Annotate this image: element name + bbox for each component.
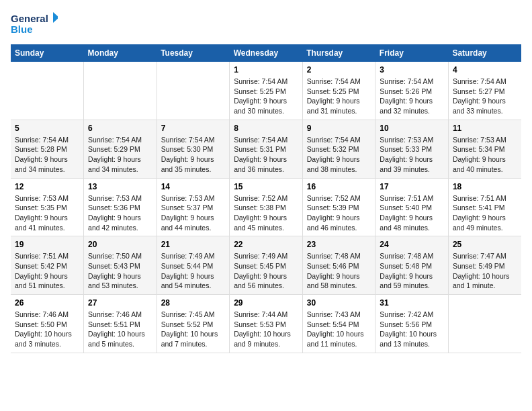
calendar-week-2: 5Sunrise: 7:54 AMSunset: 5:28 PMDaylight…: [11, 120, 521, 178]
day-number: 17: [380, 182, 444, 191]
day-info: Sunrise: 7:47 AMSunset: 5:49 PMDaylight:…: [453, 251, 517, 291]
day-number: 26: [15, 298, 79, 308]
calendar-cell: 28Sunrise: 7:45 AMSunset: 5:52 PMDayligh…: [157, 295, 230, 353]
calendar-cell: 31Sunrise: 7:42 AMSunset: 5:56 PMDayligh…: [375, 295, 449, 353]
day-number: 24: [380, 240, 444, 249]
day-number: 22: [234, 240, 298, 249]
day-number: 21: [161, 240, 226, 249]
day-number: 4: [453, 65, 517, 75]
calendar-cell: 1Sunrise: 7:54 AMSunset: 5:25 PMDaylight…: [230, 62, 303, 120]
weekday-header-sunday: Sunday: [11, 44, 84, 62]
calendar-cell: 27Sunrise: 7:46 AMSunset: 5:51 PMDayligh…: [84, 295, 157, 353]
day-number: 12: [15, 182, 79, 191]
day-info: Sunrise: 7:46 AMSunset: 5:51 PMDaylight:…: [88, 310, 152, 349]
day-info: Sunrise: 7:46 AMSunset: 5:50 PMDaylight:…: [15, 310, 79, 349]
day-number: 28: [161, 298, 226, 308]
calendar-cell: 8Sunrise: 7:54 AMSunset: 5:31 PMDaylight…: [230, 120, 303, 178]
day-info: Sunrise: 7:43 AMSunset: 5:54 PMDaylight:…: [307, 310, 371, 349]
calendar-week-3: 12Sunrise: 7:53 AMSunset: 5:35 PMDayligh…: [11, 178, 521, 236]
day-info: Sunrise: 7:51 AMSunset: 5:40 PMDaylight:…: [380, 193, 444, 233]
calendar-cell: 19Sunrise: 7:51 AMSunset: 5:42 PMDayligh…: [11, 236, 84, 295]
calendar-cell: [11, 62, 84, 120]
logo-svg: General Blue: [11, 11, 58, 36]
svg-marker-2: [53, 12, 58, 23]
day-info: Sunrise: 7:49 AMSunset: 5:44 PMDaylight:…: [161, 251, 226, 291]
weekday-header-friday: Friday: [375, 44, 449, 62]
calendar-cell: 13Sunrise: 7:53 AMSunset: 5:36 PMDayligh…: [84, 178, 157, 236]
day-info: Sunrise: 7:54 AMSunset: 5:32 PMDaylight:…: [307, 135, 371, 175]
calendar-table: SundayMondayTuesdayWednesdayThursdayFrid…: [11, 44, 521, 353]
day-info: Sunrise: 7:54 AMSunset: 5:30 PMDaylight:…: [161, 135, 226, 175]
logo: General Blue: [11, 11, 58, 36]
day-number: 29: [234, 298, 298, 308]
day-number: 5: [15, 124, 79, 133]
day-info: Sunrise: 7:54 AMSunset: 5:29 PMDaylight:…: [88, 135, 152, 175]
day-info: Sunrise: 7:53 AMSunset: 5:37 PMDaylight:…: [161, 193, 226, 233]
day-number: 25: [453, 240, 517, 249]
weekday-header-saturday: Saturday: [448, 44, 521, 62]
day-number: 19: [15, 240, 79, 249]
day-number: 30: [307, 298, 371, 308]
day-number: 3: [380, 65, 444, 75]
day-info: Sunrise: 7:53 AMSunset: 5:33 PMDaylight:…: [380, 135, 444, 175]
calendar-cell: 12Sunrise: 7:53 AMSunset: 5:35 PMDayligh…: [11, 178, 84, 236]
weekday-header-wednesday: Wednesday: [230, 44, 303, 62]
day-info: Sunrise: 7:48 AMSunset: 5:48 PMDaylight:…: [380, 251, 444, 291]
day-info: Sunrise: 7:52 AMSunset: 5:39 PMDaylight:…: [307, 193, 371, 233]
calendar-cell: [448, 295, 521, 353]
day-number: 31: [380, 298, 444, 308]
day-info: Sunrise: 7:54 AMSunset: 5:26 PMDaylight:…: [380, 77, 444, 116]
calendar-cell: [157, 62, 230, 120]
day-info: Sunrise: 7:51 AMSunset: 5:41 PMDaylight:…: [453, 193, 517, 233]
calendar-cell: 18Sunrise: 7:51 AMSunset: 5:41 PMDayligh…: [448, 178, 521, 236]
day-info: Sunrise: 7:49 AMSunset: 5:45 PMDaylight:…: [234, 251, 298, 291]
day-number: 6: [88, 124, 152, 133]
calendar-cell: 4Sunrise: 7:54 AMSunset: 5:27 PMDaylight…: [448, 62, 521, 120]
calendar-week-4: 19Sunrise: 7:51 AMSunset: 5:42 PMDayligh…: [11, 236, 521, 295]
day-info: Sunrise: 7:51 AMSunset: 5:42 PMDaylight:…: [15, 251, 79, 291]
weekday-header-thursday: Thursday: [302, 44, 375, 62]
calendar-cell: 11Sunrise: 7:53 AMSunset: 5:34 PMDayligh…: [448, 120, 521, 178]
calendar-cell: 24Sunrise: 7:48 AMSunset: 5:48 PMDayligh…: [375, 236, 449, 295]
calendar-cell: 29Sunrise: 7:44 AMSunset: 5:53 PMDayligh…: [230, 295, 303, 353]
day-number: 7: [161, 124, 226, 133]
calendar-cell: 9Sunrise: 7:54 AMSunset: 5:32 PMDaylight…: [302, 120, 375, 178]
day-number: 18: [453, 182, 517, 191]
calendar-cell: 20Sunrise: 7:50 AMSunset: 5:43 PMDayligh…: [84, 236, 157, 295]
day-number: 15: [234, 182, 298, 191]
calendar-cell: 30Sunrise: 7:43 AMSunset: 5:54 PMDayligh…: [302, 295, 375, 353]
day-info: Sunrise: 7:50 AMSunset: 5:43 PMDaylight:…: [88, 251, 152, 291]
calendar-cell: 5Sunrise: 7:54 AMSunset: 5:28 PMDaylight…: [11, 120, 84, 178]
calendar-cell: 16Sunrise: 7:52 AMSunset: 5:39 PMDayligh…: [302, 178, 375, 236]
day-number: 16: [307, 182, 371, 191]
day-info: Sunrise: 7:53 AMSunset: 5:34 PMDaylight:…: [453, 135, 517, 175]
calendar-cell: 26Sunrise: 7:46 AMSunset: 5:50 PMDayligh…: [11, 295, 84, 353]
day-number: 14: [161, 182, 226, 191]
calendar-cell: 22Sunrise: 7:49 AMSunset: 5:45 PMDayligh…: [230, 236, 303, 295]
calendar-cell: 15Sunrise: 7:52 AMSunset: 5:38 PMDayligh…: [230, 178, 303, 236]
day-info: Sunrise: 7:52 AMSunset: 5:38 PMDaylight:…: [234, 193, 298, 233]
calendar-week-1: 1Sunrise: 7:54 AMSunset: 5:25 PMDaylight…: [11, 62, 521, 120]
day-number: 8: [234, 124, 298, 133]
calendar-cell: 2Sunrise: 7:54 AMSunset: 5:25 PMDaylight…: [302, 62, 375, 120]
day-info: Sunrise: 7:45 AMSunset: 5:52 PMDaylight:…: [161, 310, 226, 349]
calendar-cell: 21Sunrise: 7:49 AMSunset: 5:44 PMDayligh…: [157, 236, 230, 295]
weekday-header-tuesday: Tuesday: [157, 44, 230, 62]
calendar-cell: 3Sunrise: 7:54 AMSunset: 5:26 PMDaylight…: [375, 62, 449, 120]
day-info: Sunrise: 7:54 AMSunset: 5:31 PMDaylight:…: [234, 135, 298, 175]
svg-text:General: General: [11, 13, 48, 24]
day-number: 2: [307, 65, 371, 75]
weekday-header-monday: Monday: [84, 44, 157, 62]
day-number: 10: [380, 124, 444, 133]
calendar-cell: [84, 62, 157, 120]
day-info: Sunrise: 7:54 AMSunset: 5:25 PMDaylight:…: [307, 77, 371, 116]
svg-text:Blue: Blue: [11, 24, 33, 35]
day-info: Sunrise: 7:42 AMSunset: 5:56 PMDaylight:…: [380, 310, 444, 349]
calendar-cell: 23Sunrise: 7:48 AMSunset: 5:46 PMDayligh…: [302, 236, 375, 295]
day-number: 27: [88, 298, 152, 308]
calendar-cell: 25Sunrise: 7:47 AMSunset: 5:49 PMDayligh…: [448, 236, 521, 295]
day-number: 20: [88, 240, 152, 249]
day-number: 11: [453, 124, 517, 133]
day-info: Sunrise: 7:53 AMSunset: 5:35 PMDaylight:…: [15, 193, 79, 233]
calendar-cell: 17Sunrise: 7:51 AMSunset: 5:40 PMDayligh…: [375, 178, 449, 236]
